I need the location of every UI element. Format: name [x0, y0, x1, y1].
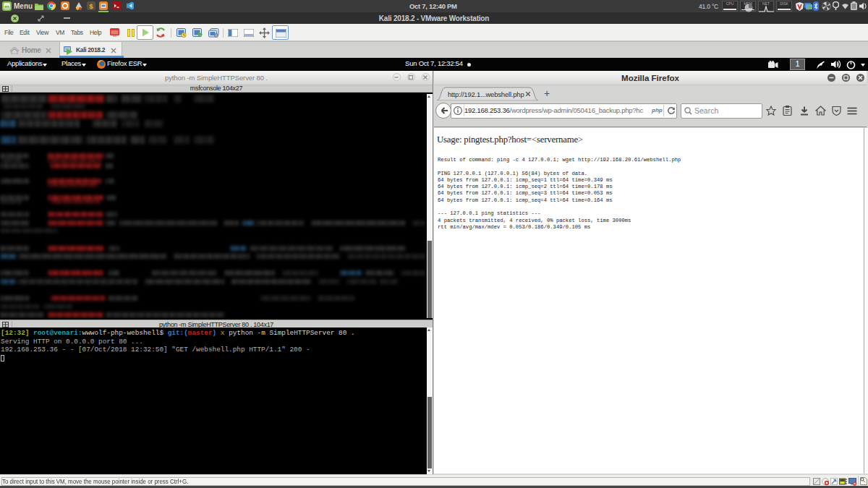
- svg-text:$: $: [89, 3, 93, 10]
- svg-text:m: m: [4, 4, 9, 10]
